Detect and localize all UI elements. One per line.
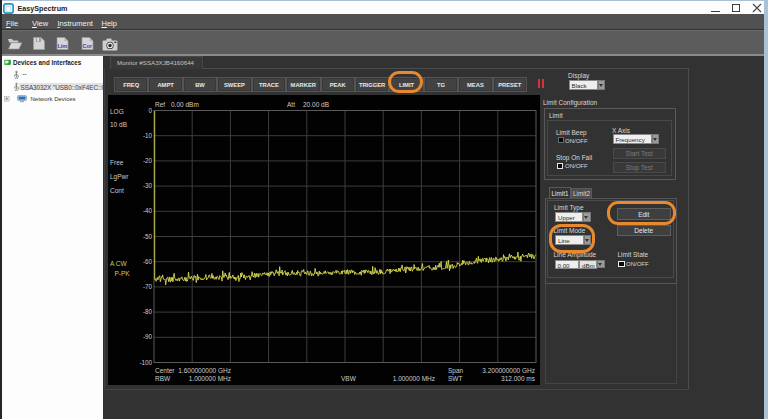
svg-text:Cor: Cor	[82, 43, 92, 49]
svg-text:Lim: Lim	[57, 43, 67, 49]
